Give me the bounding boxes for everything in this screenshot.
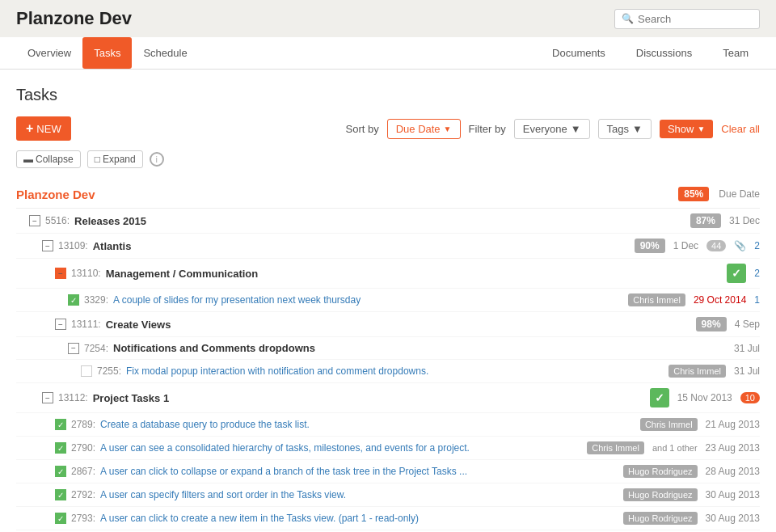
task-id: 13109: [58, 240, 88, 251]
task-row: 2789: Create a database query to produce… [16, 413, 760, 437]
task-left: 2790: A user can see a consolidated hier… [55, 442, 587, 454]
checkbox-done[interactable] [55, 442, 66, 454]
expand-label: Expand [103, 154, 136, 165]
search-box[interactable]: 🔍 [614, 9, 760, 29]
show-button[interactable]: Show ▼ [660, 120, 713, 138]
checkbox-done[interactable] [55, 513, 66, 524]
due-date: 31 Jul [734, 343, 760, 354]
project-name[interactable]: Planzone Dev [16, 188, 95, 201]
count-badge: 44 [706, 240, 726, 251]
toggle-box[interactable]: − [42, 392, 53, 403]
task-text[interactable]: Create a database query to produce the t… [100, 419, 310, 430]
nav-discussions[interactable]: Discussions [625, 37, 703, 69]
plus-icon: + [26, 121, 33, 136]
checkbox-done[interactable] [55, 419, 66, 430]
collapse-bar: ▬ Collapse □ Expand i [16, 150, 760, 168]
task-id: 2792: [71, 489, 95, 500]
task-row: − 5516: Releases 2015 87% 31 Dec [16, 209, 760, 234]
user-badge: Hugo Rodriguez [623, 465, 698, 478]
task-title[interactable]: Releases 2015 [74, 215, 146, 227]
nav-left: Overview Tasks Schedule [16, 37, 199, 69]
due-date: 23 Aug 2013 [706, 442, 760, 454]
show-label: Show [668, 123, 694, 135]
clear-all-button[interactable]: Clear all [721, 123, 760, 135]
checkbox[interactable] [81, 365, 92, 377]
expand-button[interactable]: □ Expand [87, 150, 143, 168]
due-date: 21 Aug 2013 [706, 419, 760, 430]
task-id: 13112: [58, 392, 88, 403]
tags-dropdown[interactable]: Tags ▼ [598, 119, 652, 139]
nav-team[interactable]: Team [711, 37, 760, 69]
task-left: − 13110: Management / Communication [55, 268, 727, 280]
count-blue: 2 [754, 240, 760, 251]
collapse-button[interactable]: ▬ Collapse [16, 150, 81, 168]
task-right: Chris Immel 29 Oct 2014 1 [628, 293, 760, 306]
user-badge: Hugo Rodriguez [623, 512, 698, 525]
progress-badge: 90% [635, 239, 665, 253]
task-right: Hugo Rodriguez 28 Aug 2013 [623, 465, 760, 478]
task-row: − 13109: Atlantis 90% 1 Dec 44 📎 2 [16, 234, 760, 259]
info-icon[interactable]: i [150, 152, 164, 167]
toggle-box[interactable]: − [68, 343, 79, 354]
paperclip-icon: 📎 [734, 240, 746, 251]
user-badge: Chris Immel [668, 365, 726, 378]
check-complete [650, 388, 669, 407]
task-row: 2790: A user can see a consolidated hier… [16, 437, 760, 460]
task-right: Chris Immel 31 Jul [668, 365, 760, 378]
task-text[interactable]: A user can click to create a new item in… [100, 513, 419, 524]
checkbox-done[interactable] [68, 294, 79, 306]
task-title[interactable]: Management / Communication [106, 268, 259, 280]
minus-icon: ▬ [23, 154, 33, 165]
task-id: 2867: [71, 466, 95, 477]
toggle-box[interactable]: − [42, 240, 53, 251]
toggle-box[interactable]: − [29, 215, 40, 226]
task-row: − 7254: Notifications and Comments dropd… [16, 337, 760, 360]
count-blue: 2 [754, 268, 760, 279]
due-date: 15 Nov 2013 [677, 392, 732, 403]
due-date-label: Due Date [719, 188, 760, 200]
task-right: Chris Immel 21 Aug 2013 [640, 418, 760, 431]
project-right: 85% Due Date [678, 187, 760, 201]
task-right: 15 Nov 2013 10 [650, 388, 760, 407]
new-button[interactable]: + NEW [16, 116, 71, 141]
sort-dropdown[interactable]: Due Date ▼ [387, 119, 461, 139]
task-row: − 13112: Project Tasks 1 15 Nov 2013 10 [16, 383, 760, 413]
task-left: 2867: A user can click to collapse or ex… [55, 466, 623, 477]
task-right: 98% 4 Sep [696, 317, 760, 331]
task-title[interactable]: Create Views [106, 319, 171, 331]
nav-tasks[interactable]: Tasks [82, 37, 132, 69]
search-input[interactable] [638, 13, 753, 25]
task-text[interactable]: A user can specify filters and sort orde… [100, 489, 346, 500]
extra-users: and 1 other [652, 443, 698, 453]
nav-overview[interactable]: Overview [16, 37, 82, 69]
toggle-box[interactable]: − [55, 319, 66, 330]
task-left: 2792: A user can specify filters and sor… [55, 489, 623, 500]
task-list: − 5516: Releases 2015 87% 31 Dec − 13109… [16, 209, 760, 532]
task-text[interactable]: A user can see a consolidated hierarchy … [100, 442, 470, 454]
page-title: Tasks [16, 86, 760, 104]
task-title[interactable]: Project Tasks 1 [93, 392, 169, 404]
task-right: 31 Jul [734, 343, 760, 354]
task-id: 2789: [71, 419, 95, 430]
user-badge: Chris Immel [640, 418, 698, 431]
task-text[interactable]: Fix modal popup interaction with notific… [126, 365, 428, 377]
task-left: − 13109: Atlantis [42, 240, 635, 252]
nav-documents[interactable]: Documents [541, 37, 617, 69]
task-title[interactable]: Atlantis [93, 240, 132, 252]
task-right: Chris Immel and 1 other 23 Aug 2013 [587, 441, 760, 454]
filter-dropdown[interactable]: Everyone ▼ [514, 119, 590, 139]
task-row: 3329: A couple of slides for my presenta… [16, 289, 760, 312]
task-row: 2792: A user can specify filters and sor… [16, 483, 760, 507]
task-text[interactable]: A user can click to collapse or expand a… [100, 466, 467, 477]
task-row: 7255: Fix modal popup interaction with n… [16, 360, 760, 383]
task-left: − 5516: Releases 2015 [29, 215, 690, 227]
task-id: 3329: [84, 294, 108, 306]
task-title[interactable]: Notifications and Comments dropdowns [113, 342, 315, 354]
plus-small-icon: □ [95, 154, 100, 165]
task-text[interactable]: A couple of slides for my presentation n… [113, 294, 361, 306]
checkbox-done[interactable] [55, 489, 66, 500]
toggle-box[interactable]: − [55, 268, 66, 279]
nav-schedule[interactable]: Schedule [132, 37, 198, 69]
checkbox-done[interactable] [55, 466, 66, 477]
header: Planzone Dev 🔍 [0, 0, 776, 37]
